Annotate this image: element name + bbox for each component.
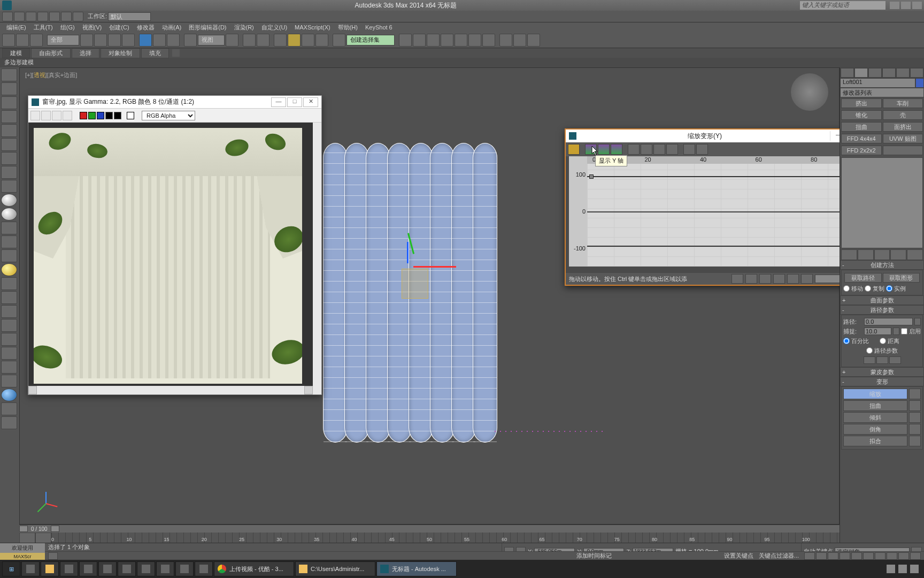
taskbar-app-6[interactable]	[118, 561, 136, 576]
taskbar-app-9[interactable]	[175, 561, 194, 576]
ref-coord-icon[interactable]	[184, 34, 197, 47]
deform-fit-button[interactable]: 拟合	[843, 436, 907, 446]
redo-icon[interactable]	[61, 12, 72, 21]
lt-icon-12[interactable]	[1, 249, 17, 262]
deform-pan-icon[interactable]	[732, 274, 743, 284]
spinner-snap-icon[interactable]	[315, 34, 328, 47]
radio-move[interactable]	[843, 285, 850, 292]
task-3dsmax[interactable]: 无标题 - Autodesk ...	[376, 561, 457, 576]
align-icon[interactable]	[413, 34, 426, 47]
lt-icon-4[interactable]	[1, 110, 17, 123]
deform-zoom-region-icon[interactable]	[801, 274, 813, 284]
iv-channel-combo[interactable]: RGB Alpha	[142, 111, 195, 120]
ribbon-tab-objpaint[interactable]: 对象绘制	[101, 48, 140, 58]
app-logo-icon[interactable]	[2, 1, 12, 10]
lt-sphere-icon[interactable]	[1, 194, 17, 207]
lt-icon-1[interactable]	[1, 69, 17, 81]
minimize-icon[interactable]	[890, 2, 899, 9]
lt-sphere2-icon[interactable]	[1, 208, 17, 220]
lt-icon-20[interactable]	[1, 402, 17, 415]
btn-ffd4[interactable]: FFD 4x4x4	[841, 134, 882, 143]
select-rotate-icon[interactable]	[153, 34, 166, 47]
gizmo-y-axis[interactable]	[407, 242, 409, 263]
iv-bg-swatch[interactable]	[127, 112, 134, 119]
material-editor-icon[interactable]	[482, 34, 495, 47]
manipulate-icon[interactable]	[243, 34, 256, 47]
menu-view[interactable]: 视图(V)	[79, 24, 105, 32]
keyfilter-button[interactable]: 关键点过滤器...	[759, 552, 799, 560]
deform-twist-button[interactable]: 扭曲	[843, 400, 907, 411]
object-color-swatch[interactable]	[915, 78, 924, 88]
menu-maxscript[interactable]: MAXScript(X)	[291, 24, 334, 31]
radio-instance[interactable]	[886, 285, 892, 292]
lt-help-icon[interactable]	[1, 416, 17, 429]
task-chrome[interactable]: 上传视频 - 优酷 - 3...	[214, 561, 294, 576]
iv-green-channel[interactable]	[88, 112, 96, 119]
tab-create-icon[interactable]	[841, 68, 854, 78]
deform-fit-bulb-icon[interactable]	[909, 436, 921, 446]
setkey-button[interactable]: 设置关键点	[724, 552, 753, 560]
deform-lock-icon[interactable]	[568, 144, 580, 155]
tray-icon-2[interactable]	[898, 565, 907, 573]
iv-mono-channel[interactable]	[114, 112, 121, 119]
deform-delete-curve-icon[interactable]	[696, 144, 708, 155]
lt-icon-14[interactable]	[1, 291, 17, 304]
iv-hscroll-right-icon[interactable]	[304, 386, 313, 394]
nav-next-frame-icon[interactable]	[840, 552, 850, 560]
deform-plot-area[interactable]: 02040 6080100	[587, 156, 881, 267]
stack-config-icon[interactable]	[907, 249, 923, 260]
gizmo-x-axis[interactable]	[413, 266, 456, 268]
snap-spinner-arrows[interactable]	[893, 328, 899, 335]
task-explorer[interactable]: C:\Users\Administr...	[295, 561, 375, 576]
select-object-icon[interactable]	[80, 34, 93, 47]
nav-prev-frame-icon[interactable]	[816, 552, 827, 560]
iv-hscroll-left-icon[interactable]	[28, 386, 37, 394]
iv-minimize-button[interactable]: —	[271, 97, 286, 107]
named-selection-combo[interactable]: 创建选择集	[346, 35, 395, 45]
select-region-icon[interactable]	[108, 34, 121, 47]
deform-move-icon[interactable]	[628, 144, 640, 155]
trackbar-btn2[interactable]	[35, 533, 51, 543]
rollout-skin-params[interactable]: +蒙皮参数	[840, 367, 924, 377]
rollout-surface-params[interactable]: +曲面参数	[840, 295, 924, 305]
help-search-input[interactable]: 键入关键字或短语	[800, 1, 886, 10]
ribbon-panel-label[interactable]: 多边形建模	[0, 58, 924, 66]
btn-taper[interactable]: 锥化	[841, 110, 882, 120]
tab-hierarchy-icon[interactable]	[868, 68, 882, 78]
tab-display-icon[interactable]	[896, 68, 910, 78]
bind-icon[interactable]	[30, 34, 43, 47]
viewport-label[interactable]: [+][透视][真实+边面]	[25, 71, 77, 79]
gizmo-plane[interactable]	[402, 269, 428, 299]
btn-twist[interactable]: 扭曲	[841, 122, 882, 132]
menu-create[interactable]: 创建(C)	[106, 24, 132, 32]
taskbar-app-10[interactable]	[195, 561, 213, 576]
edit-named-selection-icon[interactable]	[333, 34, 345, 47]
ribbon-toggle-icon[interactable]	[441, 34, 453, 47]
deform-graph[interactable]: 100 0 -100 02040 6080100	[569, 156, 881, 267]
image-viewer-titlebar[interactable]: 窗帘.jpg, 显示 Gamma: 2.2, RGB 颜色 8 位/通道 (1:…	[28, 96, 321, 109]
radio-path-steps[interactable]	[866, 347, 873, 354]
curtain-mesh[interactable]	[325, 143, 496, 443]
menu-tools[interactable]: 工具(T)	[30, 24, 56, 32]
object-name-field[interactable]: Loft001	[840, 78, 915, 88]
track-bar[interactable]: 05101520 2530354045 5055606570 758085909…	[19, 533, 840, 543]
lt-icon-3[interactable]	[1, 96, 17, 109]
deform-scale-bulb-icon[interactable]	[909, 389, 921, 399]
undo-icon[interactable]	[49, 12, 60, 21]
menu-help[interactable]: 帮助(H)	[335, 24, 361, 32]
open-icon[interactable]	[26, 12, 36, 21]
rollout-deform[interactable]: -变形	[840, 377, 924, 386]
pivot-icon[interactable]	[226, 34, 238, 47]
schematic-view-icon[interactable]	[468, 34, 481, 47]
menu-modifier[interactable]: 修改器	[134, 24, 158, 32]
taskbar-app-3[interactable]	[60, 561, 78, 576]
rollout-path-params[interactable]: -路径参数	[840, 305, 924, 315]
deform-zoom-v-icon[interactable]	[773, 274, 785, 284]
time-slider-right-icon[interactable]	[51, 526, 59, 532]
btn-get-path[interactable]: 获取路径	[844, 273, 882, 283]
ribbon-tab-populate[interactable]: 填充	[141, 48, 169, 58]
deform-zoom-ext-icon[interactable]	[745, 274, 757, 284]
deform-insert-icon[interactable]	[653, 144, 665, 155]
close-icon[interactable]	[912, 2, 922, 9]
path-spline[interactable]	[490, 427, 603, 427]
